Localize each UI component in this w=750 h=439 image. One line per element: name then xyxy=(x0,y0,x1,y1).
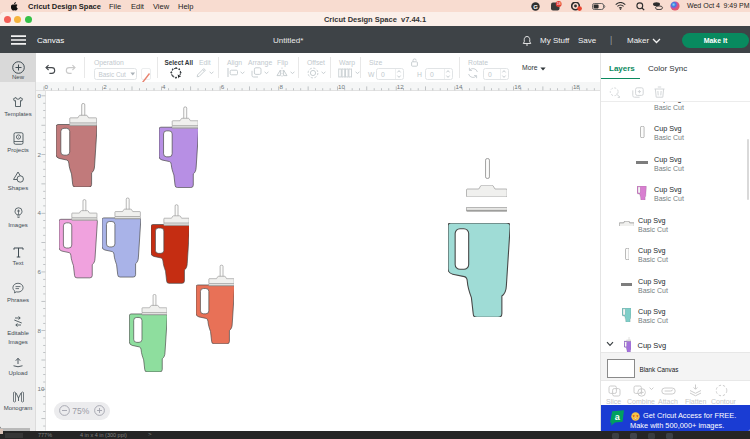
svg-text:6: 6 xyxy=(221,83,225,90)
svg-text:18: 18 xyxy=(573,83,580,90)
svg-text:0: 0 xyxy=(45,83,49,90)
svg-text:2: 2 xyxy=(103,83,107,90)
svg-text:10: 10 xyxy=(338,83,345,90)
svg-text:6: 6 xyxy=(38,268,42,275)
svg-text:14: 14 xyxy=(456,83,463,90)
svg-text:8: 8 xyxy=(279,83,283,90)
svg-text:2: 2 xyxy=(38,151,42,158)
svg-text:10: 10 xyxy=(38,385,45,392)
svg-text:0: 0 xyxy=(38,92,42,99)
svg-text:8: 8 xyxy=(38,327,42,334)
svg-text:18: 18 xyxy=(557,2,561,6)
svg-text:G: G xyxy=(533,3,538,9)
svg-text:12: 12 xyxy=(397,83,404,90)
svg-text:16: 16 xyxy=(514,83,521,90)
svg-text:4: 4 xyxy=(162,83,166,90)
svg-text:4: 4 xyxy=(38,209,42,216)
